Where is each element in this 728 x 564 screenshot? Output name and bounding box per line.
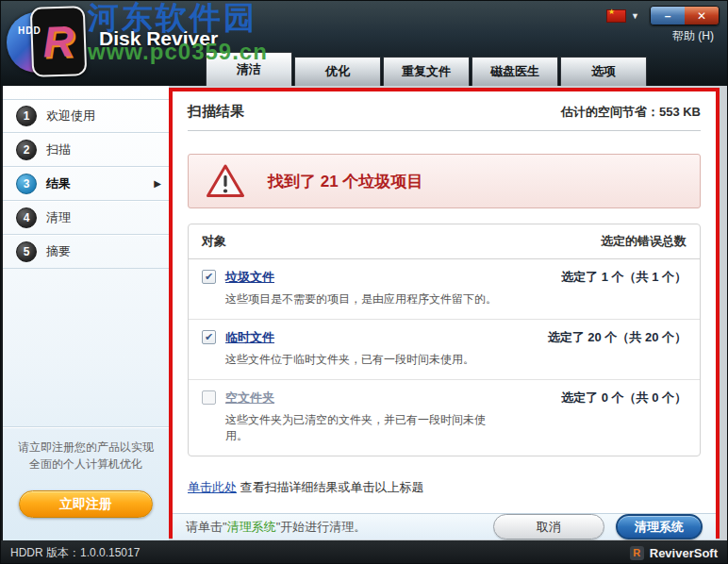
junk-files-checkbox[interactable]: ✔: [202, 270, 216, 284]
junk-found-alert: 找到了 21 个垃圾项目: [188, 154, 701, 208]
row-description: 这些文件夹为已清空的文件夹，并已有一段时间未使用。: [225, 412, 507, 444]
details-hint-text: 查看扫描详细结果或单击以上标题: [237, 480, 424, 494]
space-savings: 估计的空间节省：553 KB: [561, 104, 701, 121]
row-text: 空文件夹 这些文件夹为已清空的文件夹，并已有一段时间未使用。: [225, 390, 507, 444]
table-row-temp-files: ✔ 临时文件 这些文件位于临时文件夹，已有一段时间未使用。 选定了 20 个（共…: [189, 320, 700, 380]
row-main: 空文件夹 这些文件夹为已清空的文件夹，并已有一段时间未使用。: [202, 390, 507, 444]
step-number-badge: 2: [16, 140, 37, 160]
sidebar-step-results[interactable]: 3 结果 ▶: [3, 167, 169, 201]
panel-footer: 请单击"清理系统"开始进行清理。 取消 清理系统: [173, 513, 716, 539]
title-bar: R HDD Disk Reviver 河东软件园 www.pc0359.cn ▼…: [1, 1, 727, 86]
body: 1 欢迎使用 2 扫描 3 结果 ▶ 4 清理 5 摘要 请立即注册您的产品以实…: [1, 86, 727, 540]
register-text-line2: 全面的个人计算机优化: [12, 456, 159, 473]
register-promo: 请立即注册您的产品以实现 全面的个人计算机优化 立即注册: [3, 426, 169, 540]
header-divider: [188, 130, 701, 131]
space-savings-value: 553 KB: [659, 105, 701, 119]
results-table: 对象 选定的错误总数 ✔ 垃圾文件 这些项目是不需要的项目，是由应用程序文件留下…: [188, 224, 701, 456]
version-label: HDDR 版本：1.0.0.15017: [10, 545, 140, 561]
sidebar-step-clean[interactable]: 4 清理: [3, 201, 169, 235]
logo-letter: R: [41, 15, 74, 67]
reviversoft-label: ReviverSoft: [650, 546, 718, 560]
footer-buttons: 取消 清理系统: [493, 514, 703, 539]
tab-disk-doctor[interactable]: 磁盘医生: [472, 57, 558, 86]
space-savings-label: 估计的空间节省：: [561, 105, 659, 119]
tab-clean[interactable]: 清洁: [206, 52, 292, 86]
warning-triangle-icon: [206, 163, 245, 199]
selected-count: 选定了 1 个（共 1 个）: [507, 269, 687, 307]
chevron-down-icon[interactable]: ▼: [631, 11, 639, 21]
footer-instruction-pre: 请单击": [186, 520, 227, 534]
temp-files-link[interactable]: 临时文件: [225, 329, 474, 346]
register-now-button[interactable]: 立即注册: [19, 490, 153, 518]
junk-files-link[interactable]: 垃圾文件: [225, 269, 497, 286]
disk-reviver-window: R HDD Disk Reviver 河东软件园 www.pc0359.cn ▼…: [0, 0, 728, 564]
column-selected-errors: 选定的错误总数: [601, 233, 687, 250]
page-title: 扫描结果: [188, 103, 244, 121]
details-hint: 单击此处 查看扫描详细结果或单击以上标题: [188, 456, 701, 513]
reviversoft-brand: R ReviverSoft: [630, 546, 718, 560]
empty-folders-checkbox[interactable]: [202, 390, 216, 405]
footer-clean-system-highlight: 清理系统: [227, 520, 276, 534]
row-text: 临时文件 这些文件位于临时文件夹，已有一段时间未使用。: [225, 329, 474, 368]
sidebar: 1 欢迎使用 2 扫描 3 结果 ▶ 4 清理 5 摘要 请立即注册您的产品以实…: [1, 86, 169, 540]
footer-instruction-post: "开始进行清理。: [276, 520, 367, 534]
step-number-badge: 1: [16, 106, 37, 126]
step-label: 结果: [46, 175, 71, 192]
sidebar-step-welcome[interactable]: 1 欢迎使用: [3, 99, 169, 133]
row-description: 这些文件位于临时文件夹，已有一段时间未使用。: [225, 352, 474, 368]
temp-files-checkbox[interactable]: ✔: [202, 330, 216, 344]
tab-optimize[interactable]: 优化: [294, 57, 381, 86]
step-number-badge: 5: [16, 241, 37, 262]
main-area: 扫描结果 估计的空间节省：553 KB 找到了 21 个垃圾项目: [169, 86, 727, 540]
app-title: Disk Reviver: [99, 27, 218, 50]
step-number-badge: 4: [16, 207, 37, 228]
sidebar-step-scan[interactable]: 2 扫描: [3, 133, 169, 167]
logo-hdd-label: HDD: [18, 25, 41, 36]
close-button[interactable]: ✕: [685, 7, 719, 25]
panel-content: 扫描结果 估计的空间节省：553 KB 找到了 21 个垃圾项目: [173, 91, 716, 513]
language-flag-icon[interactable]: [606, 9, 626, 23]
table-row-empty-folders: 空文件夹 这些文件夹为已清空的文件夹，并已有一段时间未使用。 选定了 0 个（共…: [189, 380, 700, 456]
row-main: ✔ 临时文件 这些文件位于临时文件夹，已有一段时间未使用。: [202, 329, 507, 368]
alert-message: 找到了 21 个垃圾项目: [268, 171, 422, 192]
click-here-link[interactable]: 单击此处: [188, 480, 237, 494]
scan-results-panel: 扫描结果 估计的空间节省：553 KB 找到了 21 个垃圾项目: [169, 88, 720, 539]
tab-duplicate-files[interactable]: 重复文件: [383, 57, 470, 86]
row-main: ✔ 垃圾文件 这些项目是不需要的项目，是由应用程序文件留下的。: [202, 269, 507, 307]
step-label: 欢迎使用: [46, 108, 95, 124]
logo-square-shape: R: [30, 6, 88, 77]
clean-system-button[interactable]: 清理系统: [616, 514, 703, 539]
tab-bar: 清洁 优化 重复文件 磁盘医生 选项: [206, 52, 647, 86]
panel-header: 扫描结果 估计的空间节省：553 KB: [188, 103, 701, 121]
reviversoft-logo-icon: R: [630, 546, 644, 560]
step-label: 摘要: [46, 243, 71, 260]
tab-options[interactable]: 选项: [560, 57, 647, 86]
system-buttons: – ✕: [650, 6, 720, 25]
table-header: 对象 选定的错误总数: [189, 224, 700, 259]
empty-folders-link[interactable]: 空文件夹: [225, 390, 507, 406]
step-label: 清理: [46, 209, 71, 226]
selected-count: 选定了 20 个（共 20 个）: [507, 329, 687, 368]
table-row-junk-files: ✔ 垃圾文件 这些项目是不需要的项目，是由应用程序文件留下的。 选定了 1 个（…: [189, 259, 700, 320]
window-controls: ▼ – ✕: [606, 6, 720, 25]
app-logo-icon: R HDD: [7, 5, 88, 82]
step-number-badge: 3: [16, 174, 37, 194]
cancel-button[interactable]: 取消: [493, 514, 604, 539]
register-text-line1: 请立即注册您的产品以实现: [12, 439, 159, 456]
row-description: 这些项目是不需要的项目，是由应用程序文件留下的。: [225, 291, 497, 307]
active-step-arrow-icon: ▶: [154, 178, 161, 189]
step-label: 扫描: [46, 141, 71, 158]
selected-count: 选定了 0 个（共 0 个）: [507, 390, 687, 444]
status-bar: HDDR 版本：1.0.0.15017 R ReviverSoft: [1, 540, 727, 564]
column-object: 对象: [202, 233, 226, 250]
help-menu[interactable]: 帮助 (H): [672, 28, 714, 44]
row-text: 垃圾文件 这些项目是不需要的项目，是由应用程序文件留下的。: [225, 269, 497, 307]
sidebar-step-summary[interactable]: 5 摘要: [3, 235, 169, 269]
minimize-button[interactable]: –: [651, 7, 685, 25]
footer-instruction: 请单击"清理系统"开始进行清理。: [186, 519, 366, 536]
